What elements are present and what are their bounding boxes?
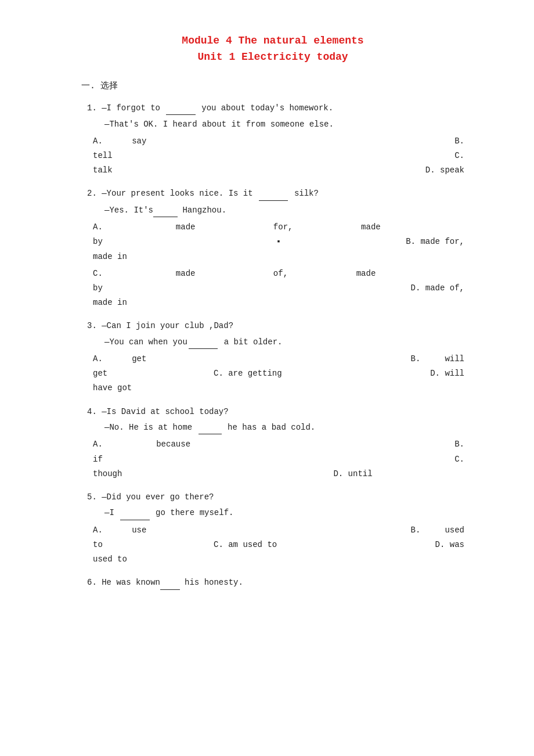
q2-by2: by bbox=[93, 281, 279, 296]
q2-optB: B. made for, bbox=[316, 235, 464, 249]
question-6: 6. He was known his honesty. bbox=[87, 576, 464, 589]
q1-tell: tellC. bbox=[93, 149, 464, 163]
q5-line1: 5. —Did you ever go there? bbox=[87, 491, 464, 503]
q5-optC: C. am used to bbox=[214, 538, 344, 552]
blank bbox=[120, 506, 149, 520]
q5-line2: —I go there myself. bbox=[104, 506, 464, 520]
q3-optA: A. get bbox=[93, 352, 241, 366]
q2-madein1: made in bbox=[93, 250, 464, 264]
q4-though: though bbox=[93, 467, 241, 481]
unit-title: Unit 1 Electricity today bbox=[81, 51, 464, 63]
q5-optA: A. use bbox=[93, 523, 241, 538]
q4-optC: C. bbox=[454, 452, 464, 467]
q2-line1: 2. —Your present looks nice. Is it silk? bbox=[87, 187, 464, 200]
blank bbox=[160, 576, 180, 589]
question-1: 1. —I forgot to you about today's homewo… bbox=[87, 102, 464, 178]
question-4: 4. —Is David at school today? —No. He is… bbox=[87, 405, 464, 481]
q1-line1: 1. —I forgot to you about today's homewo… bbox=[87, 102, 464, 115]
q1-optA: A. say bbox=[93, 134, 241, 149]
q2-optC: C. made of, made bbox=[93, 267, 376, 281]
q2-line2: —Yes. It's Hangzhou. bbox=[104, 204, 464, 217]
blank bbox=[259, 187, 288, 200]
q5-optD: D. was bbox=[353, 538, 464, 552]
q4-optD: D. until bbox=[241, 467, 464, 481]
q4-optB: B. bbox=[427, 437, 464, 452]
blank bbox=[153, 204, 178, 217]
q6-line1: 6. He was known his honesty. bbox=[87, 576, 464, 589]
q2-optA: A. made for, made bbox=[93, 220, 381, 235]
q2-optD: D. made of, bbox=[279, 281, 464, 296]
q3-line2: —You can when you a bit older. bbox=[104, 336, 464, 349]
q2-madein2: made in bbox=[93, 296, 464, 310]
q4-line1: 4. —Is David at school today? bbox=[87, 405, 464, 418]
q1-optB: B. bbox=[427, 134, 464, 149]
q3-havegot: have got bbox=[93, 381, 464, 395]
q4-if: if bbox=[93, 452, 454, 467]
q4-line2: —No. He is at home he has a bad cold. bbox=[104, 421, 464, 434]
q3-line1: 3. —Can I join your club ,Dad? bbox=[87, 319, 464, 332]
q3-optC: C. are getting bbox=[214, 366, 344, 381]
q2-dot: ▪ bbox=[241, 235, 316, 249]
section-header: 一. 选择 bbox=[81, 80, 464, 91]
blank bbox=[166, 102, 195, 115]
blank bbox=[189, 336, 218, 349]
q5-to: to bbox=[93, 538, 204, 552]
q3-optB: B. will bbox=[353, 352, 464, 366]
question-2: 2. —Your present looks nice. Is it silk?… bbox=[87, 187, 464, 310]
blank bbox=[199, 421, 222, 434]
q1-line2: —That's OK. I heard about it from someon… bbox=[104, 118, 464, 131]
q4-optA: A. because bbox=[93, 437, 260, 452]
module-title: Module 4 The natural elements bbox=[81, 35, 464, 46]
q5-optB: B. used bbox=[353, 523, 464, 538]
q3-optD: D. will bbox=[353, 366, 464, 381]
q2-by: by bbox=[93, 235, 241, 249]
question-3: 3. —Can I join your club ,Dad? —You can … bbox=[87, 319, 464, 395]
question-5: 5. —Did you ever go there? —I go there m… bbox=[87, 491, 464, 567]
q1-talk: talkD. speak bbox=[93, 163, 464, 178]
q5-usedto: used to bbox=[93, 552, 464, 567]
q3-get2: get bbox=[93, 366, 204, 381]
